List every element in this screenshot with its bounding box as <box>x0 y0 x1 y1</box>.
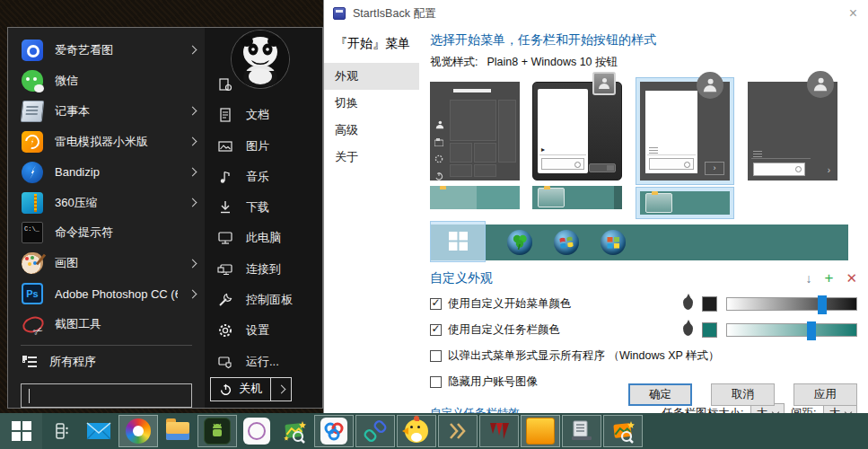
place-item-pictures[interactable]: 图片 <box>205 131 322 162</box>
task-view-icon <box>51 421 71 441</box>
apply-button[interactable]: 应用 <box>793 383 857 406</box>
checkbox-row-start-menu-color: 使用自定义开始菜单颜色 <box>430 294 857 313</box>
download-icon[interactable]: ↓ <box>805 271 811 286</box>
startisback-config-dialog: StartIsBack 配置 × 『开始』菜单 外观 切换 高级 关于 选择开始… <box>323 0 868 413</box>
taskbar-color-swatch[interactable] <box>702 322 717 338</box>
cancel-button[interactable]: 取消 <box>711 383 775 406</box>
add-icon[interactable]: + <box>824 269 833 287</box>
shutdown-options-button[interactable] <box>271 377 292 401</box>
menu-item-bandizip[interactable]: Bandizip <box>8 157 205 188</box>
user-files-icon <box>216 75 234 93</box>
start-button[interactable] <box>0 413 42 449</box>
mail-app-button[interactable] <box>80 413 118 449</box>
red-arrows-app-button[interactable] <box>479 415 519 447</box>
all-programs-label: 所有程序 <box>49 354 96 370</box>
checkbox-row-popup-all-programs: 以弹出式菜单形式显示所有程序 （Windows XP 样式） <box>430 346 857 365</box>
remove-icon[interactable]: ✕ <box>846 270 857 286</box>
start-menu-color-swatch[interactable] <box>702 296 717 312</box>
color-droplet-icon[interactable] <box>683 323 693 336</box>
chick-icon <box>405 419 428 443</box>
iqiyi-viewer-icon <box>22 40 43 61</box>
red-arrows-icon <box>487 419 512 443</box>
close-icon[interactable]: × <box>849 6 857 21</box>
place-label: 控制面板 <box>246 292 293 308</box>
menu-item-notepad[interactable]: 记事本 <box>8 96 205 127</box>
paint-icon <box>22 252 43 274</box>
android-emulator-button[interactable] <box>197 415 237 447</box>
place-item-music[interactable]: 音乐 <box>205 162 322 192</box>
chick-app-button[interactable] <box>397 415 436 447</box>
task-view-button[interactable] <box>42 413 80 449</box>
gold-brackets-app-button[interactable] <box>438 415 478 447</box>
place-item-downloads[interactable]: 下载 <box>205 192 322 223</box>
menu-item-photoshop[interactable]: Ps Adobe Photoshop CC (64 Bit) <box>8 278 205 309</box>
checkbox-checked[interactable] <box>430 324 442 336</box>
menu-item-ldplayer[interactable]: 雷电模拟器小米版 <box>8 127 205 157</box>
sidebar-item-appearance[interactable]: 外观 <box>324 63 419 90</box>
sidebar-item-about[interactable]: 关于 <box>324 144 419 171</box>
menu-item-iqiyi-viewer[interactable]: 爱奇艺看图 <box>8 35 205 66</box>
desktop: 爱奇艺看图 微信 记事本 雷电模拟器小米版 Bandizip <box>0 0 868 449</box>
windows8-orb-icon <box>601 230 626 255</box>
user-avatar[interactable] <box>232 31 289 88</box>
orange-app-button[interactable] <box>521 415 560 447</box>
checkbox-label: 以弹出式菜单形式显示所有程序 （Windows XP 样式） <box>448 348 720 364</box>
slider-handle[interactable] <box>818 295 827 314</box>
file-explorer-button[interactable] <box>159 413 197 449</box>
menu-item-wechat[interactable]: 微信 <box>8 66 205 96</box>
shutdown-button[interactable]: 关机 <box>210 377 271 401</box>
checkbox-unchecked[interactable] <box>430 350 442 362</box>
place-item-connect-to[interactable]: 连接到 <box>205 254 322 285</box>
checkbox-checked[interactable] <box>430 298 442 310</box>
menu-item-360zip[interactable]: 360压缩 <box>8 188 205 218</box>
visual-style-label: 视觉样式: <box>430 55 478 70</box>
checkbox-label: 使用自定义任务栏颜色 <box>448 322 560 338</box>
windows10-flat-logo-icon <box>449 232 468 251</box>
ok-button[interactable]: 确定 <box>628 383 692 406</box>
config-list-icon <box>569 419 594 443</box>
style-option-windows10[interactable] <box>430 82 520 209</box>
place-item-run[interactable]: 运行... <box>205 346 322 376</box>
dialog-titlebar[interactable]: StartIsBack 配置 × <box>324 0 868 27</box>
color-droplet-icon[interactable] <box>683 297 693 310</box>
place-item-this-pc[interactable]: 此电脑 <box>205 223 322 253</box>
submenu-chevron-icon <box>189 168 197 177</box>
menu-item-snipping-tool[interactable]: 截图工具 <box>8 309 205 339</box>
place-item-documents[interactable]: 文档 <box>205 100 322 130</box>
photo-viewer-button[interactable] <box>276 413 313 449</box>
place-item-control-panel[interactable]: 控制面板 <box>205 285 322 315</box>
start-menu: 爱奇艺看图 微信 记事本 雷电模拟器小米版 Bandizip <box>7 27 323 409</box>
start-button-option-win7[interactable] <box>554 230 579 255</box>
windows10-taskbar-preview <box>430 186 520 209</box>
browser-swirl-button[interactable] <box>118 415 158 447</box>
taskbar-color-slider[interactable] <box>726 323 857 337</box>
search-box[interactable] <box>21 383 192 408</box>
photo-viewer-icon <box>282 418 307 444</box>
checkbox-unchecked[interactable] <box>430 376 442 388</box>
startisback-config-button[interactable] <box>562 415 601 447</box>
submenu-chevron-icon <box>189 46 197 55</box>
sidebar-item-advanced[interactable]: 高级 <box>324 117 419 144</box>
start-button-option-win10-selected[interactable] <box>430 221 486 262</box>
plain8-taskbar-preview <box>640 191 730 215</box>
sidebar-item-switching[interactable]: 切换 <box>324 90 419 117</box>
circles-app-button[interactable] <box>314 415 354 447</box>
menu-item-command-prompt[interactable]: 命令提示符 <box>8 218 205 249</box>
style-option-plain10[interactable]: › <box>748 82 837 180</box>
start-menu-color-slider[interactable] <box>726 297 857 311</box>
submenu-chevron-icon <box>189 107 197 116</box>
all-programs-button[interactable]: 所有程序 <box>8 348 205 376</box>
submenu-chevron-icon <box>189 289 197 298</box>
style-option-plain8-selected[interactable]: › <box>635 82 735 215</box>
link-tool-button[interactable] <box>355 415 395 447</box>
menu-item-paint[interactable]: 画图 <box>8 248 205 278</box>
dialog-footer: 确定 取消 应用 <box>628 383 857 406</box>
search-input[interactable] <box>29 389 188 403</box>
ring-app-button[interactable] <box>238 413 276 449</box>
start-button-option-clover[interactable] <box>507 230 532 255</box>
start-button-option-win8[interactable] <box>601 230 626 255</box>
photo-search-button[interactable] <box>603 415 643 447</box>
slider-handle[interactable] <box>807 321 816 340</box>
place-item-settings[interactable]: 设置 <box>205 315 322 346</box>
style-option-windows7[interactable]: ▸ <box>532 82 622 209</box>
